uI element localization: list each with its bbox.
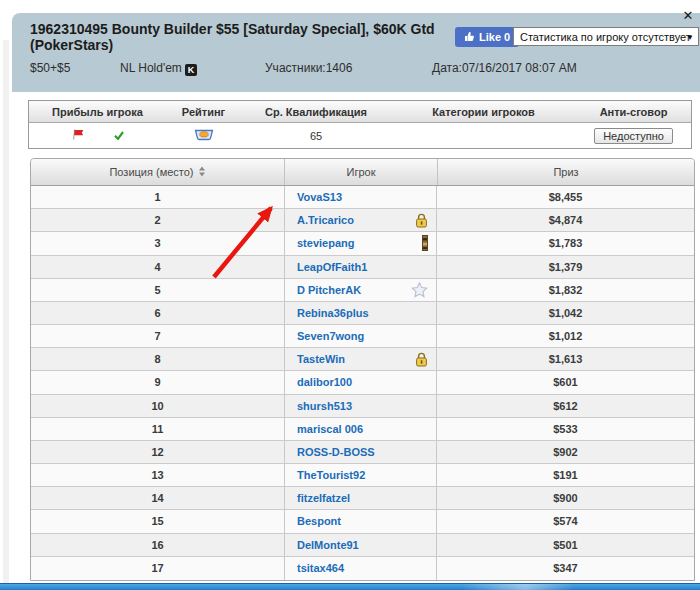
position-cell: 16 [31,534,284,556]
window-bottom-bar [0,583,700,590]
player-link[interactable]: Bespont [297,515,341,527]
prize-cell: $501 [437,534,694,556]
player-link[interactable]: fitzelfatzel [297,492,350,504]
qualification-cell: 65 [241,123,391,148]
close-icon[interactable]: ✕ [678,8,698,23]
prize-cell: $347 [437,557,694,580]
summary-header-categories: Категории игроков [391,101,576,122]
player-link[interactable]: Rebina36plus [297,307,369,319]
unavailable-button[interactable]: Недоступно [594,128,673,144]
table-row: 7 Seven7wong $1,012 [31,325,694,348]
player-cell: TheTourist92 [284,464,437,486]
player-cell: steviepang [284,232,437,254]
player-cell: dalibor100 [284,371,437,393]
stick-icon [422,235,428,251]
tournament-header-panel: 1962310495 Bounty Builder $55 [Saturday … [12,13,700,92]
player-cell: DelMonte91 [284,534,437,556]
prize-cell: $1,613 [437,348,694,370]
summary-header-anticollusion: Анти-сговор [576,101,691,122]
player-link[interactable]: VovaS13 [297,191,342,203]
table-row: 13 TheTourist92 $191 [31,464,694,487]
rating-bowl-icon [194,128,214,143]
prize-cell: $533 [437,418,694,440]
player-link[interactable]: TasteWin [297,353,345,365]
table-row: 2 A.Tricarico $4,874 [31,209,694,232]
position-cell: 15 [31,510,284,532]
column-header-position[interactable]: Позиция (место) [31,159,284,185]
player-link[interactable]: LeapOfFaith1 [297,261,367,273]
position-cell: 4 [31,256,284,278]
player-link[interactable]: shursh513 [297,400,352,412]
player-link[interactable]: D PitcherAK [297,284,361,296]
prize-cell: $574 [437,510,694,532]
summary-header-rating: Рейтинг [166,101,241,122]
player-stats-dropdown[interactable]: Статистика по игроку отсутствует ▼ [513,27,699,46]
player-link[interactable]: mariscal 006 [297,423,363,435]
player-link[interactable]: tsitax464 [297,562,344,574]
player-link[interactable]: DelMonte91 [297,539,359,551]
table-row: 9 dalibor100 $601 [31,371,694,394]
player-stats-dropdown-value: Статистика по игроку отсутствует [520,31,691,43]
summary-value-row: 65 Недоступно [29,123,691,148]
player-link[interactable]: dalibor100 [297,376,352,388]
player-cell: A.Tricarico [284,209,437,231]
player-cell: LeapOfFaith1 [284,256,437,278]
player-link[interactable]: ROSS-D-BOSS [297,446,375,458]
table-row: 17 tsitax464 $347 [31,557,694,580]
table-row: 8 TasteWin $1,613 [31,348,694,371]
player-cell: tsitax464 [284,557,437,580]
buyin-value: $50+$5 [30,61,70,75]
table-row: 6 Rebina36plus $1,042 [31,302,694,325]
player-link[interactable]: Seven7wong [297,330,364,342]
results-table: Позиция (место) Игрок Приз 1 VovaS13 $8,… [30,158,695,581]
table-row: 15 Bespont $574 [31,510,694,533]
prize-cell: $4,874 [437,209,694,231]
caret-down-icon: ▼ [686,33,694,42]
tournament-popup: 1962310495 Bounty Builder $55 [Saturday … [0,0,700,590]
prize-cell: $900 [437,487,694,509]
anticollusion-cell: Недоступно [576,123,691,148]
player-cell: shursh513 [284,395,437,417]
table-row: 1 VovaS13 $8,455 [31,186,694,209]
position-cell: 14 [31,487,284,509]
table-row: 4 LeapOfFaith1 $1,379 [31,256,694,279]
table-row: 3 steviepang $1,783 [31,232,694,255]
prize-cell: $1,832 [437,279,694,301]
player-link[interactable]: TheTourist92 [297,469,365,481]
position-cell: 9 [31,371,284,393]
player-cell: VovaS13 [284,186,437,208]
table-row: 16 DelMonte91 $501 [31,534,694,557]
column-header-player[interactable]: Игрок [284,159,437,185]
participants-value: Участники:1406 [265,61,352,75]
column-header-prize[interactable]: Приз [437,159,694,185]
prize-cell: $1,379 [437,256,694,278]
player-cell: mariscal 006 [284,418,437,440]
player-summary-table: Прибыль игрока Рейтинг Ср. Квалификация … [28,100,692,149]
prize-cell: $1,783 [437,232,694,254]
results-header-row: Позиция (место) Игрок Приз [31,159,694,186]
red-flag-icon [71,128,85,143]
lock-icon [415,352,428,367]
tournament-title: 1962310495 Bounty Builder $55 [Saturday … [30,21,472,53]
player-link[interactable]: A.Tricarico [297,214,354,226]
player-cell: TasteWin [284,348,437,370]
facebook-like-button[interactable]: Like 0 [455,27,519,47]
prize-cell: $8,455 [437,186,694,208]
prize-cell: $612 [437,395,694,417]
summary-header-row: Прибыль игрока Рейтинг Ср. Квалификация … [29,101,691,123]
table-row: 5 D PitcherAK $1,832 [31,279,694,302]
page-edge-strip [3,40,9,583]
prize-cell: $1,042 [437,302,694,324]
player-link[interactable]: steviepang [297,237,354,249]
prize-cell: $1,012 [437,325,694,347]
position-cell: 1 [31,186,284,208]
prize-cell: $601 [437,371,694,393]
categories-cell [391,123,576,148]
position-cell: 2 [31,209,284,231]
position-cell: 10 [31,395,284,417]
lock-icon [415,213,428,228]
position-cell: 11 [31,418,284,440]
player-cell: ROSS-D-BOSS [284,441,437,463]
table-row: 14 fitzelfatzel $900 [31,487,694,510]
position-cell: 6 [31,302,284,324]
